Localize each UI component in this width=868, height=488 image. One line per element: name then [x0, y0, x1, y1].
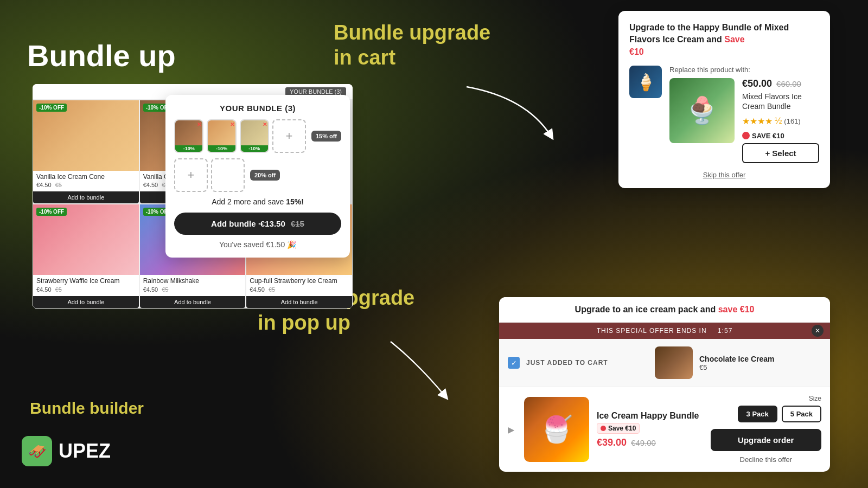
remove-item-2[interactable]: ✕	[230, 121, 234, 127]
cart-product-row: 🍨 €50.00 €60.00 Mixed Flavors Ice Cream …	[669, 78, 819, 163]
bb-product-price-3: €4.50 €5	[36, 286, 136, 293]
bb-product-info-vanilla-cone: Vanilla Ice Cream Cone €4.50 €5	[33, 171, 139, 191]
empty-slots: +	[174, 158, 245, 192]
size-5pack-btn[interactable]: 5 Pack	[782, 406, 821, 422]
bundle-add-button[interactable]: Add bundle ·€13.50 €15	[174, 213, 341, 235]
page-title: Bundle up	[27, 38, 176, 73]
add-to-bundle-btn-3[interactable]: Add to bundle	[33, 296, 139, 308]
bb-discount-vanilla-cone: -10% OFF	[36, 104, 67, 112]
skip-offer: Skip this offer	[629, 170, 819, 179]
bb-product-info-strawberry: Strawberry Waffle Ice Cream €4.50 €5	[33, 275, 139, 296]
cart-upgrade-body: 🍦 Replace this product with: 🍨 €50.00 €6…	[629, 66, 819, 163]
popup-cart-item: ✓ JUST ADDED TO CART Chocolate Ice Cream…	[499, 339, 830, 387]
bb-product-strawberry: -10% OFF Strawberry Waffle Ice Cream €4.…	[33, 204, 139, 308]
cart-upgrade-small-img: 🍦	[629, 66, 662, 98]
arrow-to-cart-upgrade	[461, 81, 559, 152]
bundle-row-2: + 20% off	[174, 158, 341, 192]
popup-upgrade-img: 🍧	[524, 397, 589, 462]
empty-slot-1	[211, 158, 245, 192]
upez-logo: 🛷 UPEZ	[22, 436, 111, 466]
upez-logo-text: UPEZ	[59, 440, 111, 463]
popup-header-save: save €10	[718, 305, 755, 314]
half-star-icon: ½	[775, 116, 782, 126]
item-discount-3: -10%	[241, 145, 268, 152]
cart-product-img: 🍨	[669, 78, 735, 143]
bundle-widget-title: YOUR BUNDLE (3)	[174, 104, 341, 113]
add-slot-2[interactable]: +	[174, 158, 208, 192]
add-to-bundle-btn-4[interactable]: Add to bundle	[140, 296, 246, 308]
timer-label: THIS SPECIAL OFFER ENDS IN	[597, 327, 707, 335]
popup-upgrade-details: Ice Cream Happy Bundle Save €10 €39.00 €…	[597, 411, 703, 448]
rating-count: (161)	[784, 117, 800, 125]
popup-timer-bar: THIS SPECIAL OFFER ENDS IN 1:57 ✕	[499, 323, 830, 339]
decline-offer-button[interactable]: Decline this offer	[711, 455, 821, 464]
bb-product-price-5: €4.50 €5	[250, 286, 349, 293]
save-dot	[742, 132, 750, 139]
popup-cart-img	[655, 346, 693, 379]
skip-offer-link[interactable]: Skip this offer	[703, 171, 746, 179]
bb-product-vanilla-cone: -10% OFF Vanilla Ice Cream Cone €4.50 €5…	[33, 100, 139, 204]
cart-price: €50.00	[742, 78, 772, 89]
popup-save-text: Save €10	[608, 425, 636, 432]
bundle-row-1: ✕ -10% ✕ -10% ✕ -10% + 15% off	[174, 119, 341, 153]
bb-product-name-4: Rainbow Milkshake	[143, 277, 242, 285]
save-badge-label: SAVE €10	[752, 132, 784, 140]
bb-product-name-5: Cup-full Strawberry Ice Cream	[250, 277, 349, 285]
popup-cart-details: Chocolate Ice Cream €5	[699, 355, 821, 371]
popup-close-button[interactable]: ✕	[812, 325, 824, 337]
arrow-to-popup	[374, 336, 461, 407]
item-discount-2: -10%	[208, 145, 235, 152]
cart-stars: ★★★★ ½ (161)	[742, 116, 819, 126]
bundle-slot-3: ✕ -10%	[240, 119, 269, 153]
popup-price-row: €39.00 €49.00	[597, 437, 703, 448]
popup-cart-item-name: Chocolate Ice Cream	[699, 355, 821, 363]
popup-old-price: €49.00	[631, 438, 656, 447]
cart-upgrade-card: Upgrade to the Happy Bundle of Mixed Fla…	[618, 11, 830, 188]
star-icons: ★★★★	[742, 116, 773, 126]
bb-product-info-cup: Cup-full Strawberry Ice Cream €4.50 €5	[246, 275, 352, 296]
bb-discount-strawberry: -10% OFF	[36, 208, 67, 216]
cart-product-name: Mixed Flavors Ice Cream Bundle	[742, 92, 819, 111]
cart-save-badge: SAVE €10	[742, 132, 819, 140]
tier1-discount-badge: 15% off	[311, 131, 341, 142]
popup-upgrade: Upgrade to an ice cream pack and save €1…	[499, 297, 830, 472]
cart-upgrade-title: Upgrade to the Happy Bundle of Mixed Fla…	[629, 22, 819, 58]
bb-product-name: Vanilla Ice Cream Cone	[36, 173, 136, 181]
cart-upgrade-content: Replace this product with: 🍨 €50.00 €60.…	[669, 66, 819, 163]
popup-header: Upgrade to an ice cream pack and save €1…	[499, 297, 830, 323]
cart-price-row: €50.00 €60.00	[742, 78, 819, 89]
cart-replace-text: Replace this product with:	[669, 66, 819, 74]
remove-item-1[interactable]: ✕	[197, 121, 201, 127]
upez-logo-icon: 🛷	[22, 436, 52, 466]
bundle-slot-2: ✕ -10%	[207, 119, 236, 153]
size-label: Size	[711, 395, 821, 402]
upgrade-order-button[interactable]: Upgrade order	[711, 429, 821, 451]
bb-product-price: €4.50 €5	[36, 182, 136, 188]
popup-cart-label: JUST ADDED TO CART	[526, 359, 648, 367]
popup-upgrade-item: ▶ 🍧 Ice Cream Happy Bundle Save €10 €39.…	[499, 387, 830, 472]
tier2-discount-badge: 20% off	[250, 170, 280, 181]
popup-save-badge: Save €10	[597, 423, 640, 434]
cart-check-icon: ✓	[508, 357, 520, 369]
bundle-upgrade-cart-label: Bundle upgrade in cart	[334, 21, 490, 70]
popup-cart-item-price: €5	[699, 363, 821, 371]
bundle-builder-label: Bundle builder	[30, 399, 144, 418]
remove-item-3[interactable]: ✕	[263, 121, 267, 127]
item-discount-1: -10%	[175, 145, 202, 152]
bb-product-price-4: €4.50 €5	[143, 286, 242, 293]
bundle-widget: YOUR BUNDLE (3) ✕ -10% ✕ -10% ✕ -10% + 1…	[165, 95, 350, 258]
select-button[interactable]: + Select	[742, 143, 819, 163]
size-options: 3 Pack 5 Pack	[711, 406, 821, 422]
bundle-saved-text: You've saved €1.50 🎉	[174, 240, 341, 249]
popup-size-section: Size 3 Pack 5 Pack Upgrade order Decline…	[711, 395, 821, 464]
timer-value: 1:57	[718, 327, 732, 335]
upgrade-arrow-icon: ▶	[508, 425, 516, 435]
add-slot-btn[interactable]: +	[272, 119, 306, 153]
cart-product-info: €50.00 €60.00 Mixed Flavors Ice Cream Bu…	[742, 78, 819, 163]
size-3pack-btn[interactable]: 3 Pack	[738, 406, 777, 422]
bb-product-info-rainbow: Rainbow Milkshake €4.50 €5	[140, 275, 246, 296]
popup-save-dot	[601, 426, 606, 431]
add-to-bundle-btn-5[interactable]: Add to bundle	[246, 296, 352, 308]
popup-upgrade-name: Ice Cream Happy Bundle	[597, 411, 703, 421]
add-to-bundle-btn-1[interactable]: Add to bundle	[33, 191, 139, 203]
